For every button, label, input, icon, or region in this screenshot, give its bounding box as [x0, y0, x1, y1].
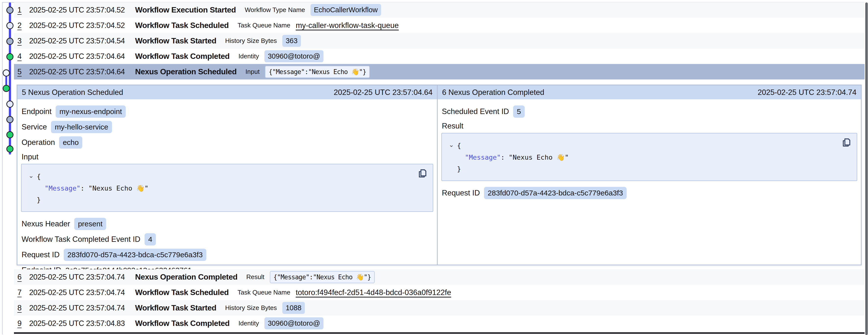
- field-request-id: Request ID 283fd070-d57a-4423-bdca-c5c77…: [22, 249, 433, 261]
- event-timestamp: 2025-02-25 UTC 23:57:04.74: [29, 273, 125, 282]
- task-queue-link[interactable]: my-caller-workflow-task-queue: [296, 21, 399, 30]
- event-attr-label: Workflow Type Name: [245, 6, 305, 14]
- event-id-link[interactable]: 6: [18, 273, 25, 282]
- json-line-key: "Message": "Nexus Echo 👋": [28, 183, 426, 194]
- event-id-link[interactable]: 1: [18, 6, 25, 15]
- event-id-link[interactable]: 3: [18, 36, 25, 45]
- event-name: Workflow Task Completed: [135, 319, 229, 328]
- event-name: Nexus Operation Scheduled: [135, 67, 237, 76]
- json-key: "Message": [465, 153, 501, 161]
- event-row-2[interactable]: 2 2025-02-25 UTC 23:57:04.52 Workflow Ta…: [14, 18, 865, 33]
- field-label: Request ID: [442, 189, 480, 197]
- field-wtc-event-id: Workflow Task Completed Event ID 4: [22, 233, 433, 246]
- timeline-dot-7[interactable]: [6, 101, 13, 108]
- event-name: Workflow Task Completed: [135, 52, 229, 61]
- json-viewer-result: ⌄{ "Message": "Nexus Echo 👋" }: [441, 133, 857, 181]
- field-result-label: Result: [442, 122, 857, 131]
- timeline-dot-8[interactable]: [6, 116, 13, 123]
- event-id-link[interactable]: 2: [18, 21, 25, 30]
- event-row-7[interactable]: 7 2025-02-25 UTC 23:57:04.74 Workflow Ta…: [14, 285, 865, 300]
- event-id-link[interactable]: 7: [18, 288, 25, 297]
- field-value-badge: 283fd070-d57a-4423-bdca-c5c779e6a3f3: [64, 249, 206, 261]
- field-value-badge: 4: [145, 233, 156, 246]
- field-label: Scheduled Event ID: [442, 107, 509, 116]
- field-label: Operation: [22, 138, 55, 147]
- event-name: Workflow Task Started: [135, 303, 216, 312]
- detail-column-completed: 6 Nexus Operation Completed 2025-02-25 U…: [438, 85, 861, 264]
- field-label: Workflow Task Completed Event ID: [22, 235, 141, 244]
- event-row-4[interactable]: 4 2025-02-25 UTC 23:57:04.64 Workflow Ta…: [14, 49, 865, 64]
- event-name: Workflow Task Scheduled: [135, 21, 229, 30]
- json-line-close: }: [28, 194, 426, 205]
- event-timestamp: 2025-02-25 UTC 23:57:04.64: [29, 67, 125, 76]
- event-timestamp: 2025-02-25 UTC 23:57:04.64: [29, 52, 125, 61]
- field-nexus-header: Nexus Header present: [22, 218, 433, 230]
- event-row-8[interactable]: 8 2025-02-25 UTC 23:57:04.74 Workflow Ta…: [14, 300, 865, 316]
- event-attr-label: History Size Bytes: [225, 37, 277, 45]
- event-id-link[interactable]: 9: [18, 319, 25, 328]
- event-attr-label: Identity: [239, 319, 259, 327]
- event-row-5-selected[interactable]: 5 2025-02-25 UTC 23:57:04.64 Nexus Opera…: [14, 64, 865, 80]
- detail-column-scheduled: 5 Nexus Operation Scheduled 2025-02-25 U…: [18, 85, 438, 264]
- event-timestamp: 2025-02-25 UTC 23:57:04.83: [29, 319, 125, 328]
- field-value-badge: 5: [513, 106, 525, 118]
- event-row-6[interactable]: 6 2025-02-25 UTC 23:57:04.74 Nexus Opera…: [14, 269, 865, 285]
- field-label: Endpoint: [22, 107, 52, 116]
- json-viewer-input: ⌄{ "Message": "Nexus Echo 👋" }: [21, 164, 433, 212]
- event-attr-label: Input: [246, 68, 260, 76]
- event-attr-value-badge: 1088: [282, 302, 305, 314]
- event-name: Nexus Operation Completed: [135, 273, 238, 282]
- json-line-open: ⌄{: [449, 140, 850, 151]
- event-attr-label: Task Queue Name: [238, 289, 290, 296]
- event-timestamp: 2025-02-25 UTC 23:57:04.74: [29, 288, 125, 297]
- timeline-dot-4[interactable]: [6, 53, 13, 60]
- detail-body: Endpoint my-nexus-endpoint Service my-he…: [18, 99, 437, 282]
- detail-timestamp: 2025-02-25 UTC 23:57:04.74: [758, 88, 857, 97]
- timeline-dot-10[interactable]: [6, 145, 13, 152]
- timeline-dot-1[interactable]: [6, 7, 13, 14]
- json-line-close: }: [449, 163, 850, 175]
- detail-title: 5 Nexus Operation Scheduled: [22, 88, 123, 97]
- detail-header-scheduled[interactable]: 5 Nexus Operation Scheduled 2025-02-25 U…: [18, 85, 437, 99]
- field-operation: Operation echo: [22, 136, 433, 149]
- event-row-1[interactable]: 1 2025-02-25 UTC 23:57:04.52 Workflow Ex…: [14, 2, 865, 18]
- json-line-key: "Message": "Nexus Echo 👋": [449, 151, 850, 163]
- event-attr-value-json: {"Message":"Nexus Echo 👋"}: [270, 271, 375, 283]
- field-service: Service my-hello-service: [22, 121, 433, 133]
- scrollbar[interactable]: [865, 2, 868, 335]
- copy-icon[interactable]: [841, 137, 852, 148]
- next-row-top-border: [14, 332, 865, 334]
- collapse-chevron-icon[interactable]: ⌄: [28, 170, 37, 182]
- event-rows-bottom: 6 2025-02-25 UTC 23:57:04.74 Nexus Opera…: [14, 269, 865, 331]
- timeline-dot-5[interactable]: [3, 69, 10, 77]
- json-value: "Nexus Echo 👋": [509, 153, 569, 161]
- field-value-badge: my-nexus-endpoint: [56, 106, 125, 118]
- timeline-dot-6[interactable]: [3, 85, 10, 92]
- event-id-link[interactable]: 4: [18, 52, 25, 61]
- copy-icon[interactable]: [417, 168, 428, 179]
- event-name: Workflow Task Started: [135, 36, 216, 45]
- task-queue-link[interactable]: totoro:f494fecf-2d51-4d48-bdcd-036a0f912…: [296, 288, 451, 297]
- event-attr-value-json: {"Message":"Nexus Echo 👋"}: [265, 66, 370, 78]
- timeline-dot-3[interactable]: [6, 38, 13, 45]
- field-value-badge: present: [74, 218, 106, 230]
- timeline-dot-9[interactable]: [6, 131, 13, 138]
- collapse-chevron-icon[interactable]: ⌄: [449, 139, 457, 150]
- event-attr-value-badge: EchoCallerWorkflow: [310, 4, 381, 16]
- field-label: Request ID: [22, 250, 60, 259]
- event-attr-label: History Size Bytes: [225, 304, 277, 312]
- event-attr-value-badge: 30960@totoro@: [265, 317, 324, 329]
- timeline-dot-2[interactable]: [6, 22, 13, 29]
- event-name: Workflow Execution Started: [135, 5, 236, 15]
- event-row-9[interactable]: 9 2025-02-25 UTC 23:57:04.83 Workflow Ta…: [14, 316, 865, 331]
- event-row-3[interactable]: 3 2025-02-25 UTC 23:57:04.54 Workflow Ta…: [14, 33, 865, 49]
- event-id-link[interactable]: 5: [18, 67, 25, 76]
- event-timestamp: 2025-02-25 UTC 23:57:04.74: [29, 304, 125, 312]
- field-request-id: Request ID 283fd070-d57a-4423-bdca-c5c77…: [442, 187, 857, 199]
- detail-header-completed[interactable]: 6 Nexus Operation Completed 2025-02-25 U…: [438, 85, 861, 99]
- json-line-open: ⌄{: [28, 171, 426, 183]
- field-scheduled-event-id: Scheduled Event ID 5: [442, 106, 857, 118]
- detail-title: 6 Nexus Operation Completed: [442, 88, 544, 97]
- field-value-badge: my-hello-service: [51, 121, 112, 133]
- event-id-link[interactable]: 8: [18, 304, 25, 312]
